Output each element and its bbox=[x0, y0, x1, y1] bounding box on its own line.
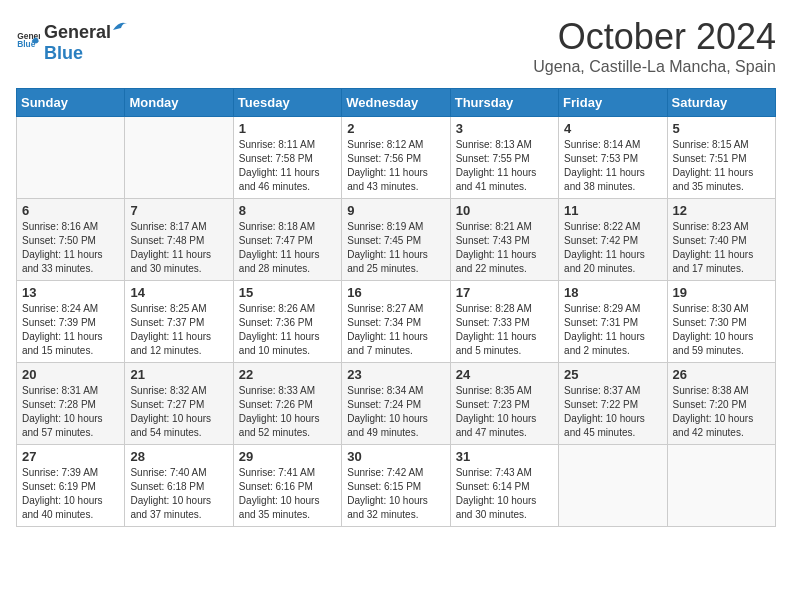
day-number: 25 bbox=[564, 367, 661, 382]
calendar-cell: 4Sunrise: 8:14 AMSunset: 7:53 PMDaylight… bbox=[559, 117, 667, 199]
day-number: 19 bbox=[673, 285, 770, 300]
day-number: 5 bbox=[673, 121, 770, 136]
logo: General Blue General Blue bbox=[16, 16, 129, 64]
day-number: 16 bbox=[347, 285, 444, 300]
calendar-cell bbox=[667, 445, 775, 527]
day-number: 3 bbox=[456, 121, 553, 136]
day-number: 24 bbox=[456, 367, 553, 382]
calendar-cell: 18Sunrise: 8:29 AMSunset: 7:31 PMDayligh… bbox=[559, 281, 667, 363]
day-number: 22 bbox=[239, 367, 336, 382]
day-number: 23 bbox=[347, 367, 444, 382]
day-info: Sunrise: 8:35 AMSunset: 7:23 PMDaylight:… bbox=[456, 384, 553, 440]
day-info: Sunrise: 8:25 AMSunset: 7:37 PMDaylight:… bbox=[130, 302, 227, 358]
calendar-cell bbox=[17, 117, 125, 199]
day-info: Sunrise: 8:18 AMSunset: 7:47 PMDaylight:… bbox=[239, 220, 336, 276]
day-number: 21 bbox=[130, 367, 227, 382]
location-title: Ugena, Castille-La Mancha, Spain bbox=[533, 58, 776, 76]
day-info: Sunrise: 8:34 AMSunset: 7:24 PMDaylight:… bbox=[347, 384, 444, 440]
day-info: Sunrise: 8:37 AMSunset: 7:22 PMDaylight:… bbox=[564, 384, 661, 440]
day-number: 12 bbox=[673, 203, 770, 218]
calendar-week-row: 27Sunrise: 7:39 AMSunset: 6:19 PMDayligh… bbox=[17, 445, 776, 527]
day-number: 6 bbox=[22, 203, 119, 218]
day-number: 14 bbox=[130, 285, 227, 300]
calendar-cell: 16Sunrise: 8:27 AMSunset: 7:34 PMDayligh… bbox=[342, 281, 450, 363]
day-number: 4 bbox=[564, 121, 661, 136]
logo-icon: General Blue bbox=[16, 28, 40, 52]
day-number: 13 bbox=[22, 285, 119, 300]
day-info: Sunrise: 8:27 AMSunset: 7:34 PMDaylight:… bbox=[347, 302, 444, 358]
day-info: Sunrise: 8:28 AMSunset: 7:33 PMDaylight:… bbox=[456, 302, 553, 358]
header: General Blue General Blue October 2024 U… bbox=[16, 16, 776, 76]
calendar-cell: 11Sunrise: 8:22 AMSunset: 7:42 PMDayligh… bbox=[559, 199, 667, 281]
day-number: 8 bbox=[239, 203, 336, 218]
logo-blue: Blue bbox=[44, 43, 129, 64]
calendar-cell: 7Sunrise: 8:17 AMSunset: 7:48 PMDaylight… bbox=[125, 199, 233, 281]
month-title: October 2024 bbox=[533, 16, 776, 58]
day-info: Sunrise: 8:29 AMSunset: 7:31 PMDaylight:… bbox=[564, 302, 661, 358]
svg-text:Blue: Blue bbox=[17, 39, 36, 49]
day-number: 20 bbox=[22, 367, 119, 382]
weekday-header-wednesday: Wednesday bbox=[342, 89, 450, 117]
day-info: Sunrise: 8:26 AMSunset: 7:36 PMDaylight:… bbox=[239, 302, 336, 358]
weekday-header-sunday: Sunday bbox=[17, 89, 125, 117]
day-number: 28 bbox=[130, 449, 227, 464]
calendar-week-row: 13Sunrise: 8:24 AMSunset: 7:39 PMDayligh… bbox=[17, 281, 776, 363]
calendar-cell: 26Sunrise: 8:38 AMSunset: 7:20 PMDayligh… bbox=[667, 363, 775, 445]
day-info: Sunrise: 8:11 AMSunset: 7:58 PMDaylight:… bbox=[239, 138, 336, 194]
day-info: Sunrise: 8:13 AMSunset: 7:55 PMDaylight:… bbox=[456, 138, 553, 194]
day-info: Sunrise: 8:24 AMSunset: 7:39 PMDaylight:… bbox=[22, 302, 119, 358]
day-info: Sunrise: 8:19 AMSunset: 7:45 PMDaylight:… bbox=[347, 220, 444, 276]
calendar-cell: 12Sunrise: 8:23 AMSunset: 7:40 PMDayligh… bbox=[667, 199, 775, 281]
calendar-cell: 21Sunrise: 8:32 AMSunset: 7:27 PMDayligh… bbox=[125, 363, 233, 445]
calendar-week-row: 20Sunrise: 8:31 AMSunset: 7:28 PMDayligh… bbox=[17, 363, 776, 445]
weekday-header-friday: Friday bbox=[559, 89, 667, 117]
calendar-cell bbox=[125, 117, 233, 199]
day-info: Sunrise: 8:15 AMSunset: 7:51 PMDaylight:… bbox=[673, 138, 770, 194]
day-number: 30 bbox=[347, 449, 444, 464]
weekday-header-tuesday: Tuesday bbox=[233, 89, 341, 117]
day-info: Sunrise: 8:32 AMSunset: 7:27 PMDaylight:… bbox=[130, 384, 227, 440]
calendar-cell: 23Sunrise: 8:34 AMSunset: 7:24 PMDayligh… bbox=[342, 363, 450, 445]
calendar-cell: 24Sunrise: 8:35 AMSunset: 7:23 PMDayligh… bbox=[450, 363, 558, 445]
calendar-week-row: 1Sunrise: 8:11 AMSunset: 7:58 PMDaylight… bbox=[17, 117, 776, 199]
calendar-cell: 10Sunrise: 8:21 AMSunset: 7:43 PMDayligh… bbox=[450, 199, 558, 281]
day-info: Sunrise: 8:30 AMSunset: 7:30 PMDaylight:… bbox=[673, 302, 770, 358]
calendar-cell: 15Sunrise: 8:26 AMSunset: 7:36 PMDayligh… bbox=[233, 281, 341, 363]
day-info: Sunrise: 8:21 AMSunset: 7:43 PMDaylight:… bbox=[456, 220, 553, 276]
day-number: 27 bbox=[22, 449, 119, 464]
calendar-cell: 5Sunrise: 8:15 AMSunset: 7:51 PMDaylight… bbox=[667, 117, 775, 199]
calendar-cell: 31Sunrise: 7:43 AMSunset: 6:14 PMDayligh… bbox=[450, 445, 558, 527]
calendar-cell: 14Sunrise: 8:25 AMSunset: 7:37 PMDayligh… bbox=[125, 281, 233, 363]
calendar-cell: 9Sunrise: 8:19 AMSunset: 7:45 PMDaylight… bbox=[342, 199, 450, 281]
calendar-cell bbox=[559, 445, 667, 527]
day-number: 9 bbox=[347, 203, 444, 218]
day-number: 15 bbox=[239, 285, 336, 300]
day-number: 2 bbox=[347, 121, 444, 136]
calendar-body: 1Sunrise: 8:11 AMSunset: 7:58 PMDaylight… bbox=[17, 117, 776, 527]
day-info: Sunrise: 7:43 AMSunset: 6:14 PMDaylight:… bbox=[456, 466, 553, 522]
day-info: Sunrise: 8:12 AMSunset: 7:56 PMDaylight:… bbox=[347, 138, 444, 194]
logo-bird-icon bbox=[111, 16, 129, 38]
weekday-header-saturday: Saturday bbox=[667, 89, 775, 117]
calendar-cell: 22Sunrise: 8:33 AMSunset: 7:26 PMDayligh… bbox=[233, 363, 341, 445]
weekday-header-monday: Monday bbox=[125, 89, 233, 117]
day-number: 26 bbox=[673, 367, 770, 382]
calendar-cell: 2Sunrise: 8:12 AMSunset: 7:56 PMDaylight… bbox=[342, 117, 450, 199]
calendar-cell: 13Sunrise: 8:24 AMSunset: 7:39 PMDayligh… bbox=[17, 281, 125, 363]
title-area: October 2024 Ugena, Castille-La Mancha, … bbox=[533, 16, 776, 76]
calendar-cell: 8Sunrise: 8:18 AMSunset: 7:47 PMDaylight… bbox=[233, 199, 341, 281]
calendar-cell: 6Sunrise: 8:16 AMSunset: 7:50 PMDaylight… bbox=[17, 199, 125, 281]
calendar-cell: 17Sunrise: 8:28 AMSunset: 7:33 PMDayligh… bbox=[450, 281, 558, 363]
day-info: Sunrise: 8:31 AMSunset: 7:28 PMDaylight:… bbox=[22, 384, 119, 440]
logo-general: General bbox=[44, 22, 111, 43]
calendar-cell: 29Sunrise: 7:41 AMSunset: 6:16 PMDayligh… bbox=[233, 445, 341, 527]
calendar-cell: 3Sunrise: 8:13 AMSunset: 7:55 PMDaylight… bbox=[450, 117, 558, 199]
day-info: Sunrise: 8:14 AMSunset: 7:53 PMDaylight:… bbox=[564, 138, 661, 194]
weekday-header-thursday: Thursday bbox=[450, 89, 558, 117]
day-number: 17 bbox=[456, 285, 553, 300]
day-number: 18 bbox=[564, 285, 661, 300]
day-number: 31 bbox=[456, 449, 553, 464]
calendar-cell: 30Sunrise: 7:42 AMSunset: 6:15 PMDayligh… bbox=[342, 445, 450, 527]
day-info: Sunrise: 8:17 AMSunset: 7:48 PMDaylight:… bbox=[130, 220, 227, 276]
day-info: Sunrise: 7:42 AMSunset: 6:15 PMDaylight:… bbox=[347, 466, 444, 522]
